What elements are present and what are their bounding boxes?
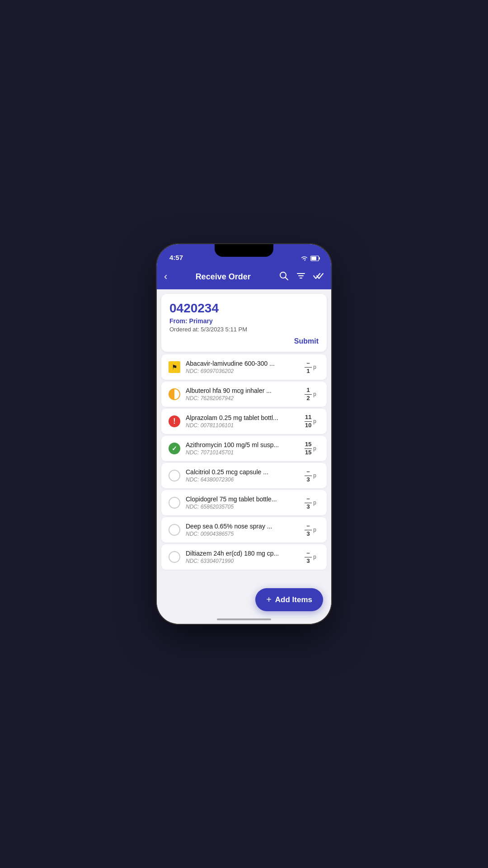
med-quantity: – 3 p	[300, 523, 320, 537]
qty-with-unit: 1 2 p	[305, 387, 316, 401]
home-indicator	[217, 618, 271, 620]
filter-svg	[296, 271, 306, 281]
qty-numerator: –	[305, 495, 312, 503]
check-circle-icon: ✓	[169, 443, 180, 454]
nav-actions	[279, 271, 324, 283]
qty-numerator: –	[305, 550, 312, 557]
status-icon	[168, 469, 181, 482]
med-quantity: 11 10 p	[300, 414, 320, 429]
empty-circle-icon	[169, 470, 180, 481]
notch	[215, 244, 273, 257]
warning-flag-icon	[169, 361, 180, 373]
search-svg	[279, 271, 289, 281]
med-ndc: NDC: 00904386575	[186, 531, 296, 537]
med-quantity: – 3 p	[300, 495, 320, 510]
qty-with-unit: – 3 p	[305, 550, 316, 564]
qty-with-unit: – 3 p	[305, 468, 316, 483]
svg-rect-2	[311, 257, 316, 260]
qty-fraction: – 3	[305, 495, 312, 510]
status-icon	[168, 550, 181, 564]
qty-fraction: – 3	[305, 550, 312, 564]
status-icons	[300, 255, 320, 261]
med-quantity: 15 15 p	[300, 441, 320, 456]
half-circle-icon	[169, 388, 180, 400]
order-date: Ordered at: 5/3/2023 5:11 PM	[169, 326, 319, 333]
status-icon: !	[168, 415, 181, 428]
med-info: Calcitriol 0.25 mcg capsule ... NDC: 643…	[186, 468, 296, 483]
qty-denominator: 3	[305, 557, 312, 564]
back-button[interactable]: ‹	[164, 271, 167, 283]
battery-icon	[310, 255, 320, 261]
med-name: Abacavir-lamivudine 600-300 ...	[186, 360, 296, 367]
double-check-svg	[313, 272, 324, 280]
add-items-button[interactable]: + Add Items	[255, 588, 323, 611]
alert-circle-icon: !	[169, 415, 180, 427]
qty-unit: p	[313, 472, 316, 479]
list-item[interactable]: Albuterol hfa 90 mcg inhaler ... NDC: 76…	[161, 382, 327, 407]
qty-unit: p	[313, 364, 316, 370]
med-name: Alprazolam 0.25 mg tablet bottl...	[186, 414, 296, 421]
double-check-icon[interactable]	[313, 272, 324, 282]
phone-inner: 4:57 ‹ Receive Order	[157, 244, 331, 624]
qty-denominator: 3	[305, 476, 312, 483]
submit-row: Submit	[169, 337, 319, 345]
qty-denominator: 1	[305, 368, 312, 374]
order-number: 0420234	[169, 301, 319, 316]
list-item[interactable]: Diltiazem 24h er(cd) 180 mg cp... NDC: 6…	[161, 544, 327, 570]
phone-frame: 4:57 ‹ Receive Order	[156, 243, 332, 625]
filter-icon[interactable]	[296, 271, 306, 283]
med-quantity: 1 2 p	[300, 387, 320, 401]
med-info: Alprazolam 0.25 mg tablet bottl... NDC: …	[186, 414, 296, 429]
add-items-label: Add Items	[275, 595, 312, 604]
list-item[interactable]: ✓ Azithromycin 100 mg/5 ml susp... NDC: …	[161, 436, 327, 461]
svg-line-4	[285, 277, 288, 280]
qty-unit: p	[313, 527, 316, 533]
med-quantity: – 3 p	[300, 550, 320, 564]
med-ndc: NDC: 63304071990	[186, 558, 296, 564]
search-icon[interactable]	[279, 271, 289, 283]
order-from: From: Primary	[169, 317, 319, 325]
med-name: Azithromycin 100 mg/5 ml susp...	[186, 441, 296, 448]
med-ndc: NDC: 64380072306	[186, 476, 296, 483]
qty-fraction: 11 10	[305, 414, 312, 429]
qty-numerator: –	[305, 468, 312, 476]
empty-circle-icon	[169, 551, 180, 563]
qty-denominator: 10	[305, 422, 312, 429]
qty-denominator: 15	[305, 449, 312, 456]
qty-denominator: 3	[305, 530, 312, 537]
qty-fraction: 15 15	[305, 441, 312, 456]
status-icon	[168, 496, 181, 509]
list-item[interactable]: Abacavir-lamivudine 600-300 ... NDC: 690…	[161, 354, 327, 380]
list-item[interactable]: Deep sea 0.65% nose spray ... NDC: 00904…	[161, 517, 327, 542]
qty-unit: p	[313, 500, 316, 506]
qty-numerator: 1	[305, 387, 312, 394]
med-ndc: NDC: 76282067942	[186, 395, 296, 401]
qty-numerator: –	[305, 523, 312, 530]
med-info: Azithromycin 100 mg/5 ml susp... NDC: 70…	[186, 441, 296, 456]
nav-bar: ‹ Receive Order	[157, 264, 331, 289]
med-info: Deep sea 0.65% nose spray ... NDC: 00904…	[186, 523, 296, 537]
qty-unit: p	[313, 445, 316, 452]
qty-denominator: 2	[305, 395, 312, 401]
svg-rect-1	[319, 257, 320, 259]
med-name: Albuterol hfa 90 mcg inhaler ...	[186, 387, 296, 394]
qty-fraction: 1 2	[305, 387, 312, 401]
qty-numerator: 11	[305, 414, 312, 421]
status-time: 4:57	[168, 254, 183, 261]
qty-fraction: – 1	[305, 360, 312, 374]
submit-button[interactable]: Submit	[294, 337, 319, 345]
wifi-icon	[300, 255, 308, 261]
list-item[interactable]: Calcitriol 0.25 mcg capsule ... NDC: 643…	[161, 463, 327, 488]
list-item[interactable]: ! Alprazolam 0.25 mg tablet bottl... NDC…	[161, 409, 327, 434]
nav-title: Receive Order	[196, 272, 251, 282]
qty-fraction: – 3	[305, 523, 312, 537]
status-icon	[168, 360, 181, 374]
med-quantity: – 1 p	[300, 360, 320, 374]
add-icon: +	[266, 594, 272, 605]
med-ndc: NDC: 69097036202	[186, 368, 296, 374]
qty-unit: p	[313, 391, 316, 397]
med-info: Albuterol hfa 90 mcg inhaler ... NDC: 76…	[186, 387, 296, 401]
list-item[interactable]: Clopidogrel 75 mg tablet bottle... NDC: …	[161, 490, 327, 515]
med-ndc: NDC: 70710145701	[186, 449, 296, 456]
qty-with-unit: – 3 p	[305, 523, 316, 537]
